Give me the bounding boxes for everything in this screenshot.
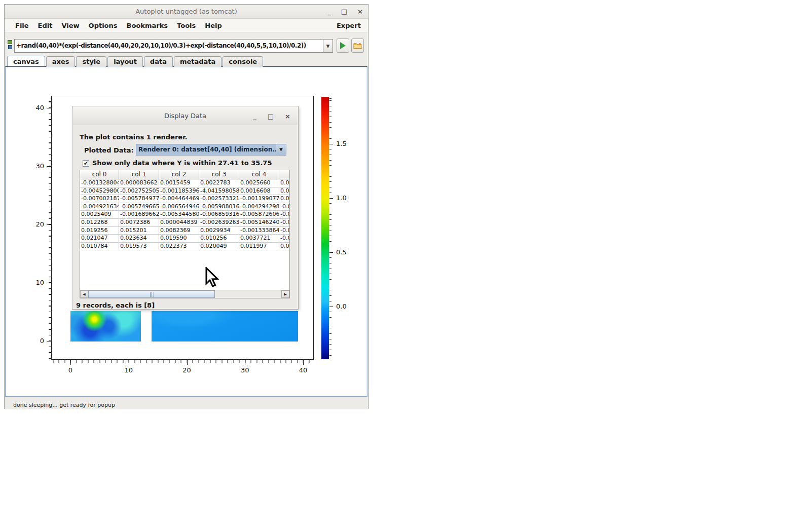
table-cell: 0.0022783 [199,179,239,187]
table-cell: -0.004529800... [80,187,119,196]
table-row[interactable]: -0.007002187...-0.005784977...-0.0044644… [80,195,289,203]
autoplot-window: Autoplot untagged (as tomcat) _ □ × File… [4,4,368,409]
tab-console[interactable]: console [223,56,263,67]
menu-tools[interactable]: Tools [172,20,200,31]
table-cell: 0.000083662 [119,179,159,187]
go-button[interactable] [337,39,349,53]
menu-view[interactable]: View [57,20,84,31]
datasource-icon [8,40,13,51]
y-major-tick [47,341,51,341]
table-cell: -0.004294298... [239,203,279,211]
table-row[interactable]: 0.0192560.0152010.00823690.0029934-0.001… [80,227,289,235]
table-header-cell [279,170,290,179]
colorbar-tick-label: 0.5 [336,248,347,256]
tab-canvas[interactable]: canvas [7,56,45,66]
table-row[interactable]: -0.001328804...0.0000836620.00154590.002… [80,179,289,187]
y-major-tick [47,283,51,283]
table-cell: 0.019573 [119,243,159,251]
tab-layout[interactable]: layout [107,56,143,67]
minimize-icon[interactable]: _ [327,8,331,15]
desktop: Autoplot untagged (as tomcat) _ □ × File… [0,0,811,532]
menu-bookmarks[interactable]: Bookmarks [122,20,173,31]
table-cell: -0.002752505... [119,187,159,196]
menu-items: FileEditViewOptionsBookmarksToolsHelp [11,20,227,31]
dialog-title-bar[interactable]: Display Data _ □ × [73,107,298,125]
dialog-minimize-icon[interactable]: _ [253,112,256,120]
colorbar-major-tick [329,252,333,253]
x-major-tick [70,360,71,365]
colorbar-major-tick [329,144,333,144]
scrollbar-thumb[interactable] [88,290,215,298]
y-tick-label: 0 [29,337,44,345]
table-row[interactable]: -0.004921634...-0.005749665...-0.0065649… [80,203,289,211]
table-cell: -0.002573321... [199,195,239,203]
table-cell: -0.005749665... [119,203,159,211]
menu-edit[interactable]: Edit [33,20,57,31]
menu-help[interactable]: Help [200,20,226,31]
filter-checkbox[interactable]: ✔ [83,160,89,167]
table-cell: -0.006564946... [159,203,199,211]
folder-icon [353,42,362,49]
x-major-tick [129,360,129,365]
table-cell: -0.0 [279,219,290,227]
status-message: done sleeping... get ready for popup [13,402,115,408]
table-cell: -0.001328804... [80,179,119,187]
renderer-combobox[interactable]: Renderer 0: dataset[40,40] (dimension...… [136,144,286,156]
table-row[interactable]: 0.0210470.0236340.0195900.0102560.003772… [80,235,289,243]
y-major-tick [47,166,51,167]
tab-style[interactable]: style [76,56,106,67]
inspect-file-button[interactable] [351,39,364,53]
data-table-scrollpane[interactable]: col 0col 1col 2col 3col 4 -0.001328804..… [80,170,290,298]
table-cell: -0.001185396... [159,187,199,196]
colorbar-tick-label: 1.5 [336,140,347,147]
scroll-right-icon[interactable]: ▶ [281,290,289,298]
window-controls: _ □ × [327,5,363,19]
table-cell: 0.0037721 [239,235,279,243]
table-cell: -0.002639263... [199,219,239,227]
uri-input[interactable]: +rand(40,40)*(exp(-distance(40,40,20,20,… [14,39,323,53]
menu-expert[interactable]: Expert [336,20,362,31]
table-cell: -0.005988016... [199,203,239,211]
table-cell: -0.0 [279,227,290,235]
dialog-maximize-icon[interactable]: □ [268,112,274,120]
table-cell: 0.00 [279,243,290,251]
table-cell: -0.007002187... [80,195,119,203]
maximize-icon[interactable]: □ [341,8,347,15]
table-header-cell: col 2 [159,170,199,179]
table-cell: 0.012268 [80,219,119,227]
y-tick-label: 10 [29,279,44,286]
table-cell: -0.005146240... [239,219,279,227]
x-axis-minor-ticks [52,360,313,363]
tab-data[interactable]: data [144,56,173,67]
table-cell: 0.0015459 [159,179,199,187]
x-tick-label: 40 [296,366,311,374]
green-square-icon [8,40,12,44]
tab-axes[interactable]: axes [46,56,76,67]
table-cell: 0.019256 [80,227,119,235]
scroll-left-icon[interactable]: ◀ [80,290,88,298]
table-row[interactable]: 0.0025409-0.001689662...-0.005344580...-… [80,211,289,219]
play-icon [340,42,346,49]
table-cell: -0.004464469... [159,195,199,203]
table-cell: 0.0025409 [80,211,119,219]
tab-metadata[interactable]: metadata [174,56,222,67]
scrollbar-track[interactable] [88,290,281,298]
colorbar-minor-ticks [329,97,331,359]
menu-file[interactable]: File [11,20,33,31]
uri-dropdown-button[interactable]: ▼ [323,39,333,53]
x-tick-label: 10 [121,366,136,374]
x-tick-label: 30 [237,366,252,374]
menu-options[interactable]: Options [84,20,122,31]
table-cell: 0.010784 [80,243,119,251]
scrollbar-grip-icon [150,292,153,297]
title-bar[interactable]: Autoplot untagged (as tomcat) _ □ × [5,5,368,19]
dialog-close-icon[interactable]: × [285,112,290,120]
table-row[interactable]: -0.004529800...-0.002752505...-0.0011853… [80,187,289,196]
combobox-arrow-icon[interactable]: ▼ [276,144,286,155]
close-icon[interactable]: × [357,8,363,15]
table-row[interactable]: 0.0122680.00723860.000044839-0.002639263… [80,219,289,227]
colorbar[interactable] [321,97,329,359]
y-tick-label: 30 [29,162,44,170]
table-row[interactable]: 0.0107840.0195730.0223730.0200490.011997… [80,243,289,251]
horizontal-scrollbar[interactable]: ◀ ▶ [80,290,289,298]
